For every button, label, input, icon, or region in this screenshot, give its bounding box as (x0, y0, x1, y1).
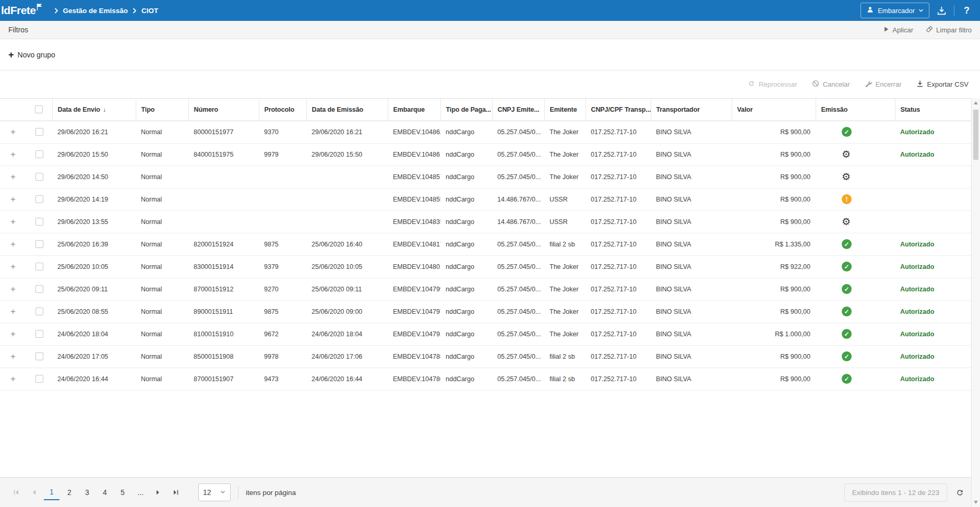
breadcrumb-item-ciot[interactable]: CIOT (141, 7, 158, 15)
cell-tipo: Normal (136, 255, 188, 278)
cell-embarque: EMBDEV.104855 (388, 188, 440, 210)
expand-row-button[interactable]: + (10, 172, 16, 182)
row-checkbox[interactable] (35, 173, 43, 181)
expand-row-button[interactable]: + (10, 329, 16, 339)
row-checkbox[interactable] (35, 240, 43, 248)
expand-cell: + (0, 143, 26, 166)
expand-row-button[interactable]: + (10, 194, 16, 204)
emission-success-icon[interactable]: ✓ (842, 284, 852, 294)
pager-last-button[interactable] (167, 484, 185, 501)
cell-tipo_pagamento: nddCargo (440, 345, 492, 368)
breadcrumb-item-gestao-de-emissao[interactable]: Gestão de Emissão (63, 7, 128, 15)
expand-row-button[interactable]: + (10, 262, 16, 272)
expand-row-button[interactable]: + (10, 306, 16, 316)
row-checkbox[interactable] (35, 308, 43, 315)
new-group-button[interactable]: + Novo grupo (8, 51, 55, 59)
expand-row-button[interactable]: + (10, 374, 16, 384)
page-button-2[interactable]: 2 (62, 485, 77, 500)
cancel-button[interactable]: Cancelar (812, 80, 850, 89)
column-header-valor[interactable]: Valor (732, 99, 816, 121)
page-button-3[interactable]: 3 (79, 485, 95, 500)
column-header-emissao[interactable]: Emissão (816, 99, 895, 121)
clear-filter-button[interactable]: Limpar filtro (926, 26, 972, 34)
row-checkbox[interactable] (35, 218, 43, 226)
expand-row-button[interactable]: + (10, 284, 16, 294)
cell-data_envio: 25/06/2020 16:39 (52, 233, 136, 255)
column-header-cnpj_transportador[interactable]: CNPJ/CPF Transp... (585, 99, 651, 121)
column-header-embarque[interactable]: Embarque (388, 99, 440, 121)
expand-row-button[interactable]: + (10, 239, 16, 249)
pager-next-button[interactable] (149, 484, 167, 501)
close-ciot-button[interactable]: Encerrar (865, 80, 902, 89)
reprocess-button[interactable]: Reprocessar (748, 80, 797, 89)
emission-processing-icon[interactable]: ⚙ (842, 149, 851, 160)
play-icon (883, 26, 889, 34)
row-checkbox[interactable] (35, 195, 43, 203)
user-role-dropdown[interactable]: Embarcador (861, 3, 929, 18)
page-button-5[interactable]: 5 (115, 485, 130, 500)
expand-row-button[interactable]: + (10, 217, 16, 227)
row-checkbox[interactable] (35, 330, 43, 338)
page-button-4[interactable]: 4 (97, 485, 113, 500)
row-checkbox[interactable] (35, 263, 43, 270)
filters-panel-header[interactable]: Filtros Aplicar Limpar filtro (0, 21, 980, 39)
expand-row-button[interactable]: + (10, 351, 16, 361)
cell-embarque: EMBDEV.104799 (388, 278, 440, 300)
checkbox-cell (26, 166, 52, 188)
pager-refresh-button[interactable] (955, 488, 964, 497)
emission-success-icon[interactable]: ✓ (842, 127, 852, 137)
row-checkbox[interactable] (35, 128, 43, 136)
emission-success-icon[interactable]: ✓ (842, 239, 852, 249)
select-all-checkbox[interactable] (35, 105, 43, 113)
row-checkbox[interactable] (35, 150, 43, 158)
table-row: +29/06/2020 13:55NormalEMBDEV.104835nddC… (0, 210, 971, 233)
column-header-emitente[interactable]: Emitente (544, 99, 585, 121)
expand-row-button[interactable]: + (10, 149, 16, 159)
page-size-select[interactable]: 12 (198, 484, 231, 501)
emission-success-icon[interactable]: ✓ (842, 329, 852, 339)
expand-cell: + (0, 166, 26, 188)
cell-emissao: ⚙ (816, 166, 895, 188)
app-logo[interactable]: ldFrete (1, 4, 43, 17)
scrollbar-thumb[interactable] (973, 110, 978, 160)
column-header-protocolo[interactable]: Protocolo (259, 99, 306, 121)
cell-emissao: ✓ (816, 345, 895, 368)
table-row: +25/06/2020 10:05Normal83000151914937925… (0, 255, 971, 278)
emission-success-icon[interactable]: ✓ (842, 262, 852, 272)
scroll-down-arrow-icon[interactable] (974, 501, 978, 504)
cell-transportador: BINO SILVA (651, 143, 732, 166)
column-header-status[interactable]: Status (895, 99, 971, 121)
page-button-1[interactable]: 1 (44, 485, 59, 500)
row-checkbox[interactable] (35, 352, 43, 360)
row-checkbox[interactable] (35, 375, 43, 383)
cell-emitente: The Joker (544, 255, 585, 278)
emission-success-icon[interactable]: ✓ (842, 374, 852, 384)
export-csv-button[interactable]: Exportar CSV (916, 80, 969, 89)
cell-cnpj_transportador: 017.252.717-10 (585, 368, 651, 390)
column-header-transportador[interactable]: Transportador (651, 99, 732, 121)
help-button[interactable]: ? (962, 5, 972, 16)
pager-first-button[interactable] (7, 484, 25, 501)
column-header-tipo[interactable]: Tipo (136, 99, 188, 121)
emission-processing-icon[interactable]: ⚙ (842, 171, 851, 182)
wrench-icon (865, 80, 872, 89)
page-ellipsis-button[interactable]: ... (133, 485, 148, 500)
emission-processing-icon[interactable]: ⚙ (842, 216, 851, 227)
expand-row-button[interactable]: + (10, 127, 16, 137)
apply-filter-button[interactable]: Aplicar (883, 26, 913, 34)
column-header-data_emissao[interactable]: Data de Emissão (306, 99, 388, 121)
vertical-scrollbar[interactable] (971, 98, 980, 507)
cell-status: Autorizado (895, 323, 971, 345)
row-checkbox[interactable] (35, 285, 43, 293)
column-header-cnpj_emitente[interactable]: CNPJ Emite... (492, 99, 544, 121)
cell-status (895, 188, 971, 210)
column-header-numero[interactable]: Número (188, 99, 259, 121)
emission-warning-icon[interactable]: ! (842, 194, 852, 204)
emission-success-icon[interactable]: ✓ (842, 351, 852, 361)
column-header-data_envio[interactable]: Data de Envio↓ (52, 99, 136, 121)
scroll-up-arrow-icon[interactable] (974, 101, 978, 104)
download-icon[interactable] (937, 6, 947, 16)
pager-prev-button[interactable] (25, 484, 43, 501)
emission-success-icon[interactable]: ✓ (842, 306, 852, 316)
column-header-tipo_pagamento[interactable]: Tipo de Paga... (440, 99, 492, 121)
